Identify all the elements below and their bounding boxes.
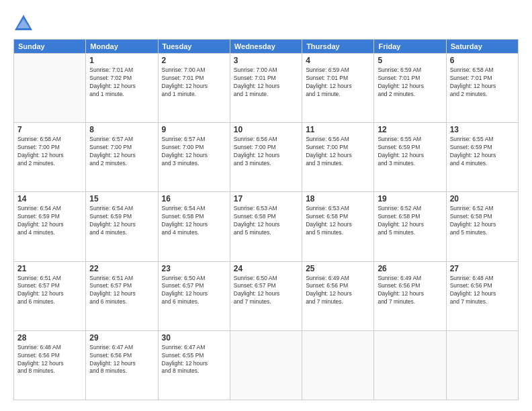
day-info: Sunrise: 6:48 AM Sunset: 6:56 PM Dayligh… [450,275,515,307]
calendar-cell: 14Sunrise: 6:54 AM Sunset: 6:59 PM Dayli… [14,192,86,261]
header [13,11,519,34]
day-number: 1 [89,56,154,65]
day-info: Sunrise: 6:49 AM Sunset: 6:56 PM Dayligh… [378,275,442,307]
day-number: 25 [306,264,370,273]
calendar-cell: 28Sunrise: 6:48 AM Sunset: 6:56 PM Dayli… [14,330,86,400]
day-info: Sunrise: 7:01 AM Sunset: 7:02 PM Dayligh… [89,66,154,99]
day-info: Sunrise: 6:49 AM Sunset: 6:56 PM Dayligh… [306,275,370,307]
calendar-cell: 11Sunrise: 6:56 AM Sunset: 7:00 PM Dayli… [302,123,374,192]
day-number: 23 [162,264,226,273]
day-number: 4 [306,56,370,65]
day-number: 19 [378,194,442,203]
day-number: 14 [17,194,82,203]
day-info: Sunrise: 6:58 AM Sunset: 7:00 PM Dayligh… [17,136,82,168]
calendar-header-row: SundayMondayTuesdayWednesdayThursdayFrid… [14,40,519,54]
day-number: 27 [450,264,515,273]
day-number: 3 [234,56,298,65]
day-info: Sunrise: 6:48 AM Sunset: 6:56 PM Dayligh… [17,344,82,376]
day-info: Sunrise: 6:54 AM Sunset: 6:59 PM Dayligh… [17,205,82,237]
calendar-cell: 12Sunrise: 6:55 AM Sunset: 6:59 PM Dayli… [374,123,446,192]
day-info: Sunrise: 6:52 AM Sunset: 6:58 PM Dayligh… [450,205,515,237]
calendar-cell: 26Sunrise: 6:49 AM Sunset: 6:56 PM Dayli… [374,261,446,330]
calendar-cell: 2Sunrise: 7:00 AM Sunset: 7:01 PM Daylig… [158,54,230,123]
calendar-weekday: Sunday [14,40,86,54]
calendar-cell [302,330,374,400]
day-info: Sunrise: 6:55 AM Sunset: 6:59 PM Dayligh… [378,136,442,168]
calendar-weekday: Friday [374,40,446,54]
day-number: 24 [234,264,298,273]
day-number: 7 [17,125,82,134]
day-info: Sunrise: 6:54 AM Sunset: 6:59 PM Dayligh… [89,205,154,237]
logo [13,13,36,34]
calendar-cell: 19Sunrise: 6:52 AM Sunset: 6:58 PM Dayli… [374,192,446,261]
day-info: Sunrise: 6:51 AM Sunset: 6:57 PM Dayligh… [89,275,154,307]
day-info: Sunrise: 6:59 AM Sunset: 7:01 PM Dayligh… [306,66,370,99]
day-number: 22 [89,264,154,273]
day-info: Sunrise: 6:56 AM Sunset: 7:00 PM Dayligh… [306,136,370,168]
day-info: Sunrise: 7:00 AM Sunset: 7:01 PM Dayligh… [234,66,298,99]
calendar-cell: 4Sunrise: 6:59 AM Sunset: 7:01 PM Daylig… [302,54,374,123]
day-number: 20 [450,194,515,203]
calendar-cell: 17Sunrise: 6:53 AM Sunset: 6:58 PM Dayli… [230,192,302,261]
day-number: 8 [89,125,154,134]
calendar-cell: 25Sunrise: 6:49 AM Sunset: 6:56 PM Dayli… [302,261,374,330]
day-number: 26 [378,264,442,273]
day-info: Sunrise: 6:47 AM Sunset: 6:55 PM Dayligh… [162,344,226,376]
calendar-cell [230,330,302,400]
day-number: 28 [17,333,82,342]
day-info: Sunrise: 7:00 AM Sunset: 7:01 PM Dayligh… [162,66,226,99]
day-number: 29 [89,333,154,342]
calendar-week-row: 14Sunrise: 6:54 AM Sunset: 6:59 PM Dayli… [14,192,519,261]
calendar-week-row: 7Sunrise: 6:58 AM Sunset: 7:00 PM Daylig… [14,123,519,192]
calendar-weekday: Saturday [446,40,518,54]
day-info: Sunrise: 6:59 AM Sunset: 7:01 PM Dayligh… [378,66,442,99]
day-number: 9 [162,125,226,134]
day-number: 21 [17,264,82,273]
calendar-table: SundayMondayTuesdayWednesdayThursdayFrid… [13,39,519,400]
calendar-week-row: 28Sunrise: 6:48 AM Sunset: 6:56 PM Dayli… [14,330,519,400]
day-number: 18 [306,194,370,203]
day-info: Sunrise: 6:57 AM Sunset: 7:00 PM Dayligh… [89,136,154,168]
calendar-cell: 15Sunrise: 6:54 AM Sunset: 6:59 PM Dayli… [86,192,158,261]
calendar-cell: 18Sunrise: 6:53 AM Sunset: 6:58 PM Dayli… [302,192,374,261]
calendar-cell: 20Sunrise: 6:52 AM Sunset: 6:58 PM Dayli… [446,192,518,261]
calendar-cell: 29Sunrise: 6:47 AM Sunset: 6:56 PM Dayli… [86,330,158,400]
day-number: 30 [162,333,226,342]
calendar-week-row: 1Sunrise: 7:01 AM Sunset: 7:02 PM Daylig… [14,54,519,123]
calendar-cell: 30Sunrise: 6:47 AM Sunset: 6:55 PM Dayli… [158,330,230,400]
calendar-cell [14,54,86,123]
day-info: Sunrise: 6:53 AM Sunset: 6:58 PM Dayligh… [234,205,298,237]
calendar-cell: 6Sunrise: 6:58 AM Sunset: 7:01 PM Daylig… [446,54,518,123]
calendar-cell [374,330,446,400]
day-info: Sunrise: 6:50 AM Sunset: 6:57 PM Dayligh… [162,275,226,307]
day-number: 12 [378,125,442,134]
day-number: 6 [450,56,515,65]
day-info: Sunrise: 6:56 AM Sunset: 7:00 PM Dayligh… [234,136,298,168]
day-info: Sunrise: 6:51 AM Sunset: 6:57 PM Dayligh… [17,275,82,307]
calendar-cell: 13Sunrise: 6:55 AM Sunset: 6:59 PM Dayli… [446,123,518,192]
logo-icon [13,13,34,34]
day-info: Sunrise: 6:54 AM Sunset: 6:58 PM Dayligh… [162,205,226,237]
day-number: 16 [162,194,226,203]
calendar-cell: 16Sunrise: 6:54 AM Sunset: 6:58 PM Dayli… [158,192,230,261]
day-number: 2 [162,56,226,65]
day-info: Sunrise: 6:55 AM Sunset: 6:59 PM Dayligh… [450,136,515,168]
day-info: Sunrise: 6:53 AM Sunset: 6:58 PM Dayligh… [306,205,370,237]
calendar-cell: 27Sunrise: 6:48 AM Sunset: 6:56 PM Dayli… [446,261,518,330]
calendar-weekday: Thursday [302,40,374,54]
calendar-weekday: Tuesday [158,40,230,54]
day-number: 10 [234,125,298,134]
day-info: Sunrise: 6:57 AM Sunset: 7:00 PM Dayligh… [162,136,226,168]
calendar-cell: 10Sunrise: 6:56 AM Sunset: 7:00 PM Dayli… [230,123,302,192]
calendar-cell: 21Sunrise: 6:51 AM Sunset: 6:57 PM Dayli… [14,261,86,330]
day-info: Sunrise: 6:50 AM Sunset: 6:57 PM Dayligh… [234,275,298,307]
calendar-cell [446,330,518,400]
calendar-cell: 22Sunrise: 6:51 AM Sunset: 6:57 PM Dayli… [86,261,158,330]
day-number: 17 [234,194,298,203]
calendar-cell: 1Sunrise: 7:01 AM Sunset: 7:02 PM Daylig… [86,54,158,123]
day-number: 5 [378,56,442,65]
day-info: Sunrise: 6:47 AM Sunset: 6:56 PM Dayligh… [89,344,154,376]
day-number: 11 [306,125,370,134]
calendar-cell: 5Sunrise: 6:59 AM Sunset: 7:01 PM Daylig… [374,54,446,123]
day-number: 15 [89,194,154,203]
